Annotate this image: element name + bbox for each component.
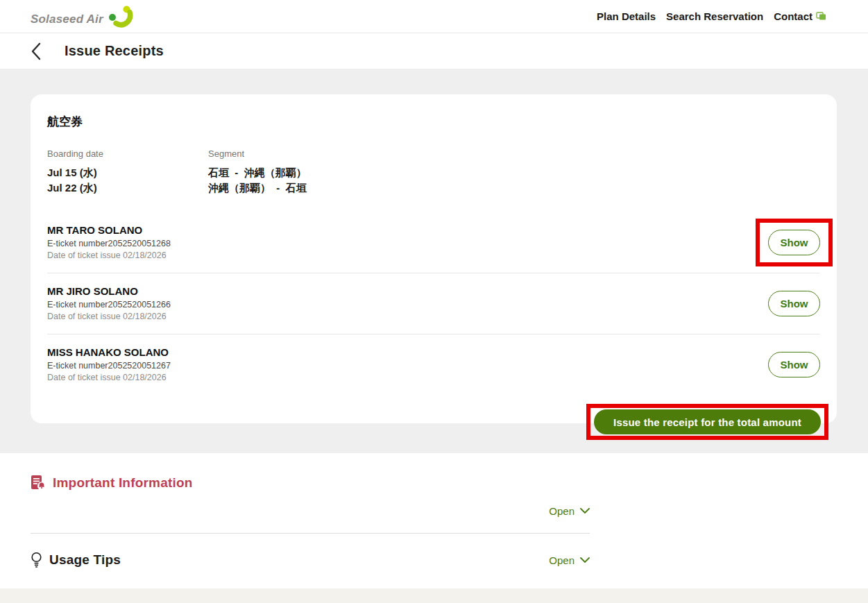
passenger-name: MR JIRO SOLANO	[47, 284, 171, 298]
usage-tips-title: Usage Tips	[49, 552, 121, 568]
passenger-row: MISS HANAKO SOLANO E-ticket number205252…	[47, 334, 820, 395]
highlight-box: Issue the receipt for the total amount	[586, 404, 828, 440]
passenger-name: MISS HANAKO SOLANO	[47, 346, 171, 359]
important-information-section: Important Information Open	[31, 475, 590, 534]
passenger-row: MR TARO SOLANO E-ticket number2052520051…	[47, 212, 820, 273]
ticket-issue-date: Date of ticket issue 02/18/2026	[47, 311, 171, 323]
footer-strip	[0, 588, 868, 603]
passenger-info: MISS HANAKO SOLANO E-ticket number205252…	[47, 346, 171, 384]
nav-plan-details[interactable]: Plan Details	[597, 10, 656, 22]
nav-plan-details-label: Plan Details	[597, 10, 656, 22]
page: Solaseed Air Plan Details Search Reserva…	[0, 0, 868, 603]
chevron-left-icon	[31, 42, 42, 60]
ticket-issue-date: Date of ticket issue 02/18/2026	[47, 372, 171, 384]
top-bar: Solaseed Air Plan Details Search Reserva…	[0, 0, 868, 33]
open-label: Open	[549, 554, 575, 566]
flight-date: Jul 22 (水)	[47, 180, 208, 196]
open-label: Open	[549, 505, 575, 517]
show-receipt-button[interactable]: Show	[768, 291, 820, 316]
segment-label: Segment	[208, 148, 820, 159]
flight-segment: 沖縄（那覇） - 石垣	[208, 180, 820, 196]
usage-tips-section: Usage Tips Open	[31, 552, 590, 568]
eticket-number: E-ticket number2052520051267	[47, 360, 171, 372]
passenger-list: MR TARO SOLANO E-ticket number2052520051…	[47, 212, 820, 395]
external-window-icon	[816, 12, 826, 21]
important-information-title: Important Information	[53, 475, 193, 491]
info-inner: Important Information Open	[31, 475, 590, 568]
brand-logo[interactable]: Solaseed Air	[31, 6, 135, 28]
highlight-box: Show	[756, 219, 833, 266]
nav-search-reservation[interactable]: Search Reservation	[666, 10, 763, 22]
ticket-card: 航空券 Boarding date Segment Jul 15 (水) 石垣 …	[31, 94, 837, 423]
passenger-info: MR TARO SOLANO E-ticket number2052520051…	[47, 223, 171, 262]
issue-total-receipt-button[interactable]: Issue the receipt for the total amount	[594, 409, 821, 434]
nav-contact[interactable]: Contact	[774, 10, 826, 22]
nav-search-reservation-label: Search Reservation	[666, 10, 763, 22]
passenger-row: MR JIRO SOLANO E-ticket number2052520051…	[47, 273, 820, 334]
ticket-issue-date: Date of ticket issue 02/18/2026	[47, 250, 171, 262]
page-title: Issue Receipts	[65, 43, 164, 59]
eticket-number: E-ticket number2052520051268	[47, 238, 171, 250]
flight-date: Jul 15 (水)	[47, 165, 208, 180]
notice-document-bell-icon	[31, 475, 46, 491]
show-box: Show	[756, 341, 833, 389]
content-area: 航空券 Boarding date Segment Jul 15 (水) 石垣 …	[0, 69, 868, 453]
boarding-date-label: Boarding date	[47, 148, 208, 159]
important-information-open-row: Open	[31, 505, 590, 534]
eticket-number: E-ticket number2052520051266	[47, 299, 171, 311]
title-bar: Issue Receipts	[0, 33, 868, 69]
total-button-row: Issue the receipt for the total amount	[47, 404, 820, 440]
nav-contact-label: Contact	[774, 10, 812, 22]
top-nav: Plan Details Search Reservation Contact	[597, 10, 826, 22]
info-sections: Important Information Open	[0, 453, 868, 588]
ticket-card-title: 航空券	[47, 114, 820, 130]
brand-name: Solaseed Air	[31, 13, 103, 28]
passenger-name: MR TARO SOLANO	[47, 223, 171, 237]
usage-tips-header: Usage Tips	[31, 552, 121, 568]
flight-segment: 石垣 - 沖縄（那覇）	[208, 165, 820, 180]
chevron-down-icon	[580, 557, 590, 563]
show-receipt-button[interactable]: Show	[768, 230, 820, 255]
lightbulb-icon	[31, 552, 42, 568]
show-receipt-button[interactable]: Show	[768, 352, 820, 377]
usage-tips-open-toggle[interactable]: Open	[549, 554, 590, 566]
back-button[interactable]	[31, 42, 42, 60]
chevron-down-icon	[580, 508, 590, 514]
solaseed-swoosh-icon	[108, 6, 135, 28]
flight-summary: Boarding date Segment Jul 15 (水) 石垣 - 沖縄…	[47, 148, 820, 196]
important-information-open-toggle[interactable]: Open	[549, 505, 590, 517]
passenger-info: MR JIRO SOLANO E-ticket number2052520051…	[47, 284, 171, 323]
show-box: Show	[756, 280, 833, 328]
important-information-header: Important Information	[31, 475, 590, 491]
